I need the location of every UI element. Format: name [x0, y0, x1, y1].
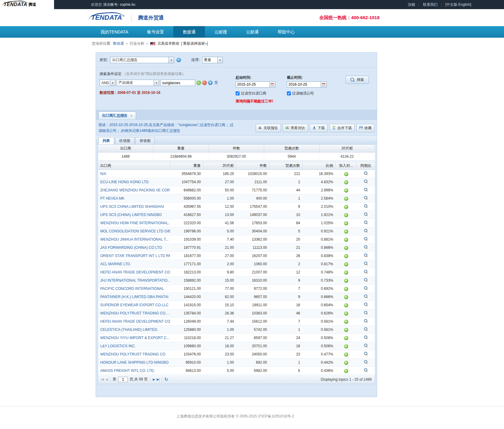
- period-compare-icon[interactable]: [364, 171, 368, 175]
- period-compare-icon[interactable]: [364, 270, 368, 274]
- reselect-country-button[interactable]: [ 重新选择国家▾]: [181, 41, 208, 46]
- period-compare-icon[interactable]: [364, 204, 368, 208]
- calendar-icon[interactable]: [270, 81, 275, 88]
- totals-header-trades[interactable]: 贸易次数: [264, 145, 319, 153]
- period-compare-icon[interactable]: [364, 352, 368, 356]
- add-to-compare-icon[interactable]: +: [344, 311, 348, 316]
- header-add-to-compare[interactable]: 加入对...: [335, 162, 357, 170]
- download-button[interactable]: 下载: [310, 124, 328, 132]
- sort-select[interactable]: 重量 ▾: [202, 57, 223, 63]
- view-compare-button[interactable]: 查看对比: [283, 124, 308, 132]
- add-to-compare-icon[interactable]: +: [344, 369, 348, 373]
- add-to-compare-icon[interactable]: +: [344, 180, 348, 184]
- period-compare-icon[interactable]: [364, 253, 368, 257]
- totals-header-weight[interactable]: 重量: [153, 145, 209, 153]
- last-page-icon[interactable]: ▶|: [157, 378, 159, 381]
- help-icon[interactable]: ?: [176, 58, 181, 62]
- tab-pie-chart-view[interactable]: 饼状图: [135, 137, 155, 144]
- favorite-button[interactable]: 收藏: [356, 124, 374, 132]
- report-type-select[interactable]: 出口商汇总报告 ▾: [110, 57, 174, 63]
- add-to-compare-icon[interactable]: +: [344, 229, 348, 234]
- add-to-compare-icon[interactable]: +: [344, 352, 348, 357]
- period-compare-icon[interactable]: [364, 278, 368, 282]
- exporter-name-link[interactable]: PANTAINER (H.K.) LIMITED DBA PANTAI: [100, 295, 168, 299]
- end-date-input[interactable]: [287, 81, 321, 88]
- period-compare-icon[interactable]: [364, 188, 368, 192]
- add-to-compare-icon[interactable]: +: [344, 213, 348, 217]
- add-to-compare-icon[interactable]: +: [344, 262, 348, 266]
- exporter-name-link[interactable]: HONOUR LANE SHIPPING LTD-NINGBO: [100, 360, 169, 365]
- period-compare-icon[interactable]: [364, 368, 368, 372]
- add-to-compare-icon[interactable]: +: [344, 320, 348, 324]
- header-trades[interactable]: 贸易次数: [269, 162, 302, 170]
- exporter-name-link[interactable]: MOL CONSOLIDATION SERVICE LTD O/B: [100, 229, 170, 233]
- header-exporter[interactable]: 出口商: [98, 162, 170, 170]
- nav-item-my-tendata[interactable]: 我的TENDATA: [91, 26, 138, 38]
- boolean-operator-select[interactable]: AND ▾: [100, 80, 115, 86]
- add-to-compare-icon[interactable]: +: [344, 344, 348, 348]
- period-compare-icon[interactable]: [364, 319, 368, 323]
- exporter-name-link[interactable]: WENZHOU POLYTRUST TRADING CO., ...: [100, 311, 170, 315]
- header-ratio[interactable]: 比例: [302, 162, 335, 170]
- add-to-compare-icon[interactable]: +: [344, 188, 348, 193]
- logout-link[interactable]: 注销: [408, 2, 415, 7]
- add-to-compare-icon[interactable]: +: [344, 361, 348, 365]
- exporter-name-link[interactable]: UPS SCS CHINA LIMITED SHANGHAI: [100, 204, 164, 209]
- tab-bar-chart-view[interactable]: 柱状图: [115, 137, 135, 144]
- exporter-name-link[interactable]: WENZHOU JINHUA INTERNATIONAL T...: [100, 237, 169, 242]
- tab-exporter-summary-report[interactable]: 出口商汇总报告 ×: [98, 112, 136, 119]
- exporter-name-link[interactable]: N/A: [100, 172, 106, 176]
- search-button[interactable]: 搜索: [346, 76, 369, 84]
- period-compare-icon[interactable]: [364, 286, 368, 290]
- start-date-input[interactable]: [236, 81, 270, 88]
- exporter-name-link[interactable]: WENZHOU HOW FINE INTERNATIONAL...: [100, 221, 170, 225]
- period-compare-icon[interactable]: [364, 335, 368, 339]
- refresh-icon[interactable]: ↻: [164, 377, 168, 382]
- exporter-name-link[interactable]: WENZHOU POLYTRUST TRADING CO: [100, 352, 165, 356]
- merge-download-button[interactable]: 合并下载: [329, 124, 355, 132]
- search-field-select[interactable]: 产品描述 ▾: [117, 80, 159, 86]
- exporter-name-link[interactable]: ECU-LINE HONG KONG LTD.: [100, 180, 149, 184]
- nav-item-data-hub[interactable]: 数据通: [173, 26, 205, 38]
- header-teu[interactable]: 20尺柜: [203, 162, 236, 170]
- add-to-compare-icon[interactable]: +: [344, 270, 348, 275]
- nav-item-cloud-mail[interactable]: 云邮通: [237, 26, 268, 38]
- totals-header-pieces[interactable]: 件数: [209, 145, 264, 153]
- filter-logistics-checkbox[interactable]: [287, 91, 291, 95]
- period-compare-icon[interactable]: [364, 344, 368, 348]
- exporter-name-link[interactable]: UPS SCS (CHINA) LIMITED NINGBO: [100, 213, 162, 217]
- english-translate-link[interactable]: 英: [214, 80, 218, 85]
- add-to-compare-icon[interactable]: +: [344, 221, 348, 225]
- exporter-name-link[interactable]: SUPERIOR EYEWEAR EXPORT CO.LLC: [100, 303, 169, 307]
- period-compare-icon[interactable]: [364, 229, 368, 233]
- next-page-icon[interactable]: ▶: [153, 378, 155, 381]
- period-compare-icon[interactable]: [364, 196, 368, 200]
- exporter-name-link[interactable]: JHJ INTERNATIONAL TRANSPORTATIO...: [100, 278, 170, 283]
- nav-item-help-center[interactable]: 帮助中心: [268, 26, 304, 38]
- close-tab-icon[interactable]: ×: [130, 114, 132, 118]
- period-compare-icon[interactable]: [364, 303, 368, 307]
- header-period-compare[interactable]: 同期比: [357, 162, 375, 170]
- exporter-name-link[interactable]: JAS FORWARDING (CHINA) CO LTD: [100, 245, 162, 250]
- period-compare-icon[interactable]: [364, 245, 368, 249]
- add-condition-icon[interactable]: +: [196, 81, 201, 85]
- contact-us-link[interactable]: 联系我们: [423, 2, 438, 7]
- header-weight[interactable]: 重量: [170, 162, 203, 170]
- exporter-name-link[interactable]: HEFEI ANAN TRADE DEVELOPMENT CO...: [100, 319, 170, 324]
- add-to-compare-icon[interactable]: +: [344, 303, 348, 307]
- exporter-name-link[interactable]: ACL MARINE LTD.: [100, 262, 131, 266]
- period-compare-icon[interactable]: [364, 360, 368, 364]
- nav-item-account-settings[interactable]: 账号设置: [138, 26, 173, 38]
- language-switch-link[interactable]: [中文版 English]: [445, 2, 471, 7]
- exporter-name-link[interactable]: AMASS FREIGHT INTL CO. LTD.: [100, 369, 155, 373]
- add-to-compare-icon[interactable]: +: [344, 328, 348, 332]
- prev-page-icon[interactable]: ◀: [105, 378, 107, 381]
- tab-list-view[interactable]: 列表: [98, 137, 114, 144]
- period-compare-icon[interactable]: [364, 311, 368, 315]
- page-number-input[interactable]: [118, 377, 128, 382]
- add-to-compare-icon[interactable]: +: [344, 205, 348, 209]
- calendar-icon[interactable]: [321, 81, 327, 88]
- add-to-compare-icon[interactable]: +: [344, 254, 348, 258]
- add-to-compare-icon[interactable]: +: [344, 279, 348, 283]
- add-to-compare-icon[interactable]: +: [344, 238, 348, 242]
